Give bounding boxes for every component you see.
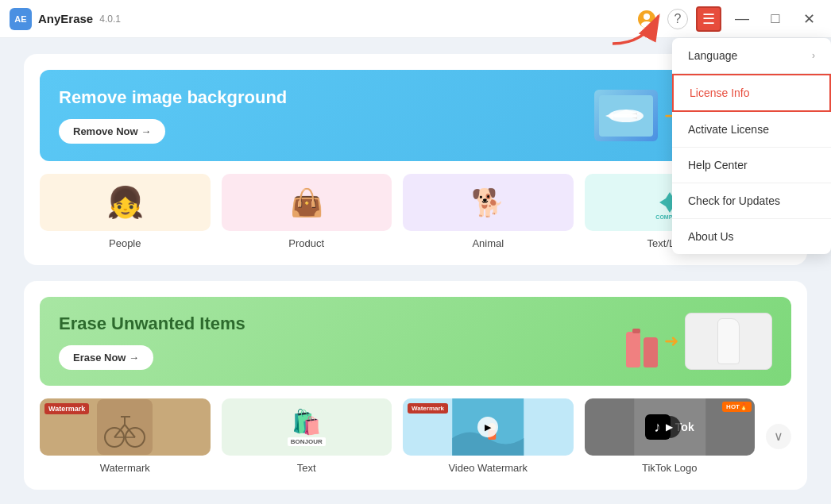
erase-now-button[interactable]: Erase Now →	[59, 345, 153, 370]
people-thumb: 👧	[40, 174, 211, 231]
category-watermark[interactable]: Watermark Watermark	[40, 398, 211, 474]
watermark-thumb: Watermark	[40, 398, 211, 456]
category-product[interactable]: 👜 Product	[222, 174, 392, 249]
erase-banner-text: Erase Unwanted Items Erase Now →	[59, 314, 245, 370]
app-version: 4.0.1	[99, 13, 121, 25]
bottle1	[626, 332, 640, 367]
animal-label: Animal	[472, 237, 504, 249]
dropdown-activate-license[interactable]: Activate License	[672, 112, 831, 148]
tiktok-play-icon: ▶	[659, 416, 681, 438]
video-watermark-thumb: Watermark ▶	[403, 398, 574, 456]
erase-banner-title: Erase Unwanted Items	[59, 314, 245, 334]
watermark-label-text: Watermark	[100, 462, 150, 474]
app-name: AnyErase	[38, 12, 93, 25]
erase-transform-arrow: ➜	[664, 331, 678, 352]
tiktok-label: TikTok Logo	[642, 462, 698, 474]
hot-badge: HOT🔥	[722, 402, 752, 412]
video-watermark-overlay: Watermark	[408, 403, 448, 414]
spray-before	[626, 316, 658, 367]
banner-title: Remove image background	[59, 87, 287, 108]
dropdown-about-us[interactable]: About Us	[672, 219, 831, 254]
watermark-overlay-label: Watermark	[44, 403, 89, 414]
user-icon[interactable]	[634, 6, 659, 32]
product-thumb: 👜	[222, 174, 392, 231]
svg-point-2	[641, 21, 652, 28]
erase-items-card: Erase Unwanted Items Erase Now → ➜	[24, 281, 807, 490]
help-icon[interactable]: ?	[667, 9, 688, 29]
text-label: Text	[297, 462, 316, 474]
bottle2	[644, 337, 658, 367]
app-branding: AE AnyErase 4.0.1	[10, 8, 121, 30]
svg-rect-7	[613, 114, 637, 117]
erase-category-expand-button[interactable]: ∨	[766, 424, 791, 449]
svg-rect-15	[97, 399, 153, 455]
dropdown-menu: Language › License Info Activate License…	[672, 38, 831, 254]
titlebar: AE AnyErase 4.0.1 ? ☰ — □ ✕	[0, 0, 831, 38]
erase-category-row: Watermark Watermark	[40, 398, 791, 474]
category-text[interactable]: 🛍️ BONJOUR Text	[222, 398, 392, 474]
dropdown-check-updates[interactable]: Check for Updates	[672, 183, 831, 219]
white-bottle	[717, 318, 740, 364]
category-animal[interactable]: 🐕 Animal	[403, 174, 574, 249]
animal-thumb: 🐕	[403, 174, 574, 231]
play-button-icon: ▶	[477, 417, 498, 437]
plane-before-image	[594, 90, 658, 141]
svg-point-1	[644, 13, 650, 20]
bonjour-text: BONJOUR	[288, 437, 326, 446]
menu-button[interactable]: ☰	[696, 6, 721, 32]
product-figure: 👜	[290, 187, 323, 218]
bag-emoji: 🛍️	[292, 408, 321, 436]
close-button[interactable]: ✕	[796, 6, 821, 32]
product-label: Product	[288, 237, 324, 249]
people-figure: 👧	[106, 185, 144, 220]
banner-text: Remove image background Remove Now →	[59, 87, 287, 144]
window-controls: ? ☰ — □ ✕	[634, 6, 821, 32]
tiktok-thumb: ♪ Tok ▶ HOT🔥	[585, 398, 756, 456]
erase-banner-images: ➜	[626, 313, 772, 370]
language-chevron-icon: ›	[812, 50, 815, 61]
category-people[interactable]: 👧 People	[40, 174, 211, 249]
remove-now-button[interactable]: Remove Now →	[59, 119, 165, 144]
maximize-button[interactable]: □	[763, 6, 788, 32]
erase-banner: Erase Unwanted Items Erase Now → ➜	[40, 297, 791, 386]
people-label: People	[109, 237, 141, 249]
dropdown-help-center[interactable]: Help Center	[672, 148, 831, 183]
category-tiktok[interactable]: ♪ Tok ▶ HOT🔥 TikTok Logo	[585, 398, 756, 474]
animal-figure: 🐕	[471, 187, 504, 218]
spray-after	[685, 313, 772, 370]
text-thumb: 🛍️ BONJOUR	[222, 398, 392, 456]
bonjour-figure: 🛍️ BONJOUR	[288, 408, 326, 446]
dropdown-language[interactable]: Language ›	[672, 38, 831, 74]
category-video-watermark[interactable]: Watermark ▶ Video Watermark	[403, 398, 574, 474]
video-watermark-label: Video Watermark	[448, 462, 528, 474]
minimize-button[interactable]: —	[729, 6, 755, 32]
app-logo: AE	[10, 8, 32, 30]
dropdown-license-info[interactable]: License Info	[672, 74, 831, 112]
